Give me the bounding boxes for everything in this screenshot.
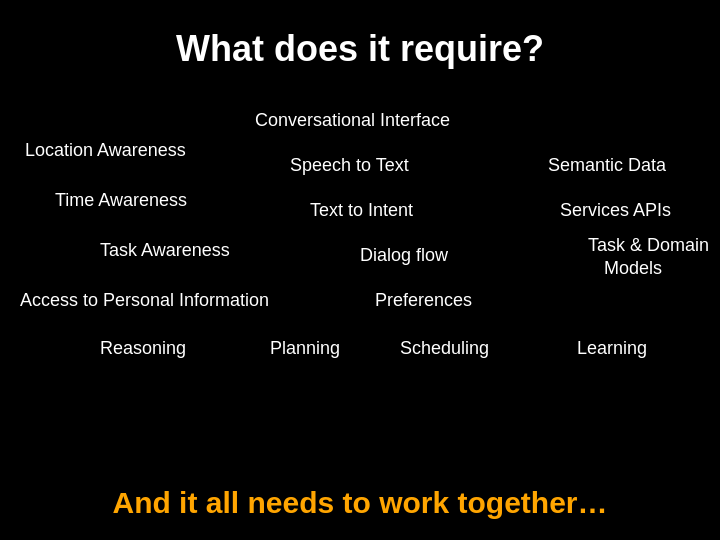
planning: Planning [270, 338, 340, 359]
scheduling: Scheduling [400, 338, 489, 359]
slide-title: What does it require? [0, 0, 720, 80]
location-awareness: Location Awareness [25, 140, 186, 161]
learning: Learning [577, 338, 647, 359]
reasoning: Reasoning [100, 338, 186, 359]
slide: What does it require? Conversational Int… [0, 0, 720, 540]
task-domain-models-2: Models [604, 258, 662, 279]
services-apis: Services APIs [560, 200, 671, 221]
conversational-interface: Conversational Interface [255, 110, 450, 131]
speech-to-text: Speech to Text [290, 155, 409, 176]
bottom-text: And it all needs to work together… [0, 486, 720, 520]
task-domain-models: Task & Domain [588, 235, 709, 256]
preferences: Preferences [375, 290, 472, 311]
dialog-flow: Dialog flow [360, 245, 448, 266]
semantic-data: Semantic Data [548, 155, 666, 176]
content-area: Conversational InterfaceLocation Awarene… [0, 80, 720, 460]
text-to-intent: Text to Intent [310, 200, 413, 221]
task-awareness: Task Awareness [100, 240, 230, 261]
time-awareness: Time Awareness [55, 190, 187, 211]
access-personal-info: Access to Personal Information [20, 290, 269, 311]
